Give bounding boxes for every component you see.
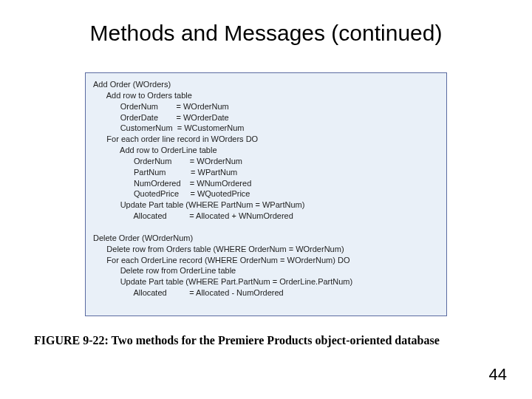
page-number: 44: [489, 365, 507, 384]
slide: Methods and Messages (continued) Add Ord…: [0, 0, 532, 399]
page-title: Methods and Messages (continued): [0, 21, 532, 46]
figure-caption: FIGURE 9-22: Two methods for the Premier…: [34, 334, 498, 347]
code-figure: Add Order (WOrders) Add row to Orders ta…: [85, 72, 447, 316]
